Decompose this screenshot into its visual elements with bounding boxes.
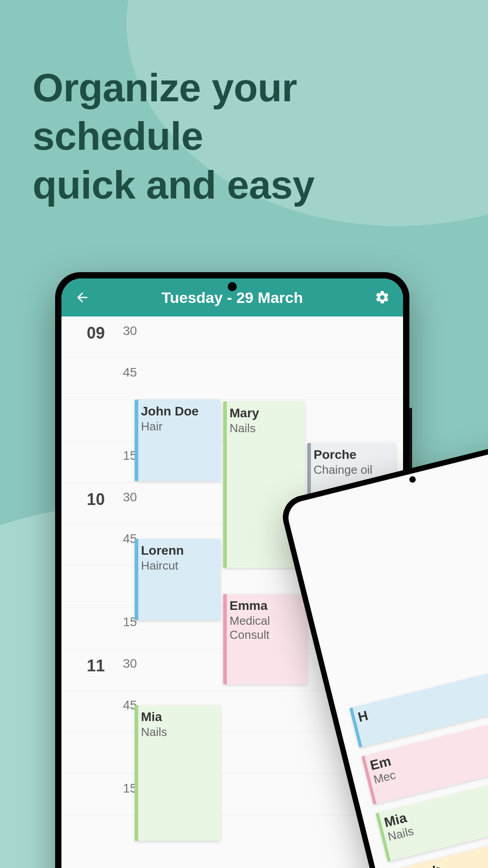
hour-label: 10 — [87, 490, 105, 509]
event-name: Lorenn — [141, 543, 215, 558]
gear-icon — [375, 290, 390, 305]
event-description: Nails — [141, 725, 215, 739]
event-name: Porche — [314, 448, 390, 462]
event-description: Medical Consult — [230, 614, 302, 642]
event-name: Mia — [141, 710, 215, 724]
event-description: Chainge oil — [314, 463, 390, 477]
event-card[interactable]: LorennHaircut — [135, 539, 221, 620]
event-name: John Doe — [141, 404, 215, 419]
event-color-stripe — [223, 594, 227, 684]
event-color-stripe — [223, 401, 227, 568]
event-color-stripe — [135, 539, 138, 620]
headline-line3: quick and easy — [33, 160, 455, 209]
settings-button[interactable] — [372, 288, 392, 307]
headline: Organize your schedule quick and easy — [33, 63, 455, 209]
event-description: Nails — [230, 421, 299, 435]
hour-label: 11 — [87, 656, 105, 675]
event-name: H — [357, 656, 488, 725]
event-name: Mary — [230, 406, 299, 420]
event-color-stripe — [135, 705, 138, 841]
event-description: Haircut — [141, 559, 215, 573]
event-card[interactable]: John DoeHair — [135, 400, 221, 481]
event-color-stripe — [135, 400, 138, 481]
arrow-left-icon — [75, 290, 90, 305]
event-card[interactable]: EmmaMedical Consult — [223, 594, 307, 684]
event-card[interactable]: MiaNails — [135, 705, 221, 841]
headline-line1: Organize your — [33, 63, 455, 112]
event-name: Emma — [230, 599, 302, 613]
header-title: Tuesday - 29 March — [161, 289, 303, 307]
headline-line2: schedule — [33, 112, 455, 160]
hour-label: 09 — [87, 324, 105, 343]
phone-notch — [228, 282, 237, 291]
secondary-phone-notch — [409, 476, 417, 483]
promo-page: Organize your schedule quick and easy Tu… — [0, 0, 488, 868]
back-button[interactable] — [72, 288, 92, 307]
event-description: Hair — [141, 420, 215, 434]
